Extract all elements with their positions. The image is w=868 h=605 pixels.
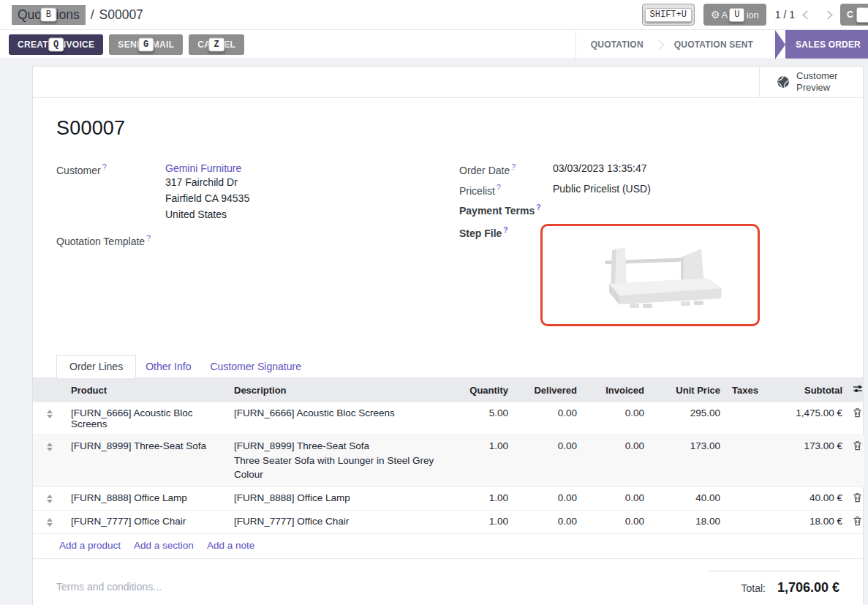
field-pricelist: Pricelist? Public Pricelist (USD) <box>459 183 839 197</box>
cell-quantity[interactable]: 5.00 <box>453 402 516 435</box>
step-file-label: Step File? <box>459 225 553 326</box>
cell-delivered[interactable]: 0.00 <box>516 435 584 487</box>
table-row[interactable]: [FURN_8999] Three-Seat Sofa [FURN_8999] … <box>33 435 864 487</box>
add-a-product-link[interactable]: Add a product <box>59 540 121 551</box>
cell-delivered[interactable]: 0.00 <box>516 511 584 534</box>
cell-product[interactable]: [FURN_8888] Office Lamp <box>67 487 227 511</box>
create-invoice-button[interactable]: CREATE INVOICE Q <box>9 34 103 55</box>
add-a-section-link[interactable]: Add a section <box>134 540 194 551</box>
cell-taxes[interactable] <box>728 487 774 511</box>
column-header-product[interactable]: Product <box>67 378 227 402</box>
cell-taxes[interactable] <box>728 511 774 534</box>
customer-address-line: United States <box>165 207 249 222</box>
order-lines-table: Product Description Quantity Delivered I… <box>33 378 864 535</box>
cell-quantity[interactable]: 1.00 <box>453 435 516 487</box>
cell-invoiced[interactable]: 0.00 <box>584 487 652 511</box>
cell-taxes[interactable] <box>728 402 774 435</box>
pricelist-value[interactable]: Public Pricelist (USD) <box>553 183 651 197</box>
chevron-left-icon[interactable] <box>802 10 812 20</box>
accesskey-hint: Q <box>48 37 64 51</box>
column-header-unit-price[interactable]: Unit Price <box>652 378 728 402</box>
customer-link[interactable]: Gemini Furniture <box>165 162 241 174</box>
stage-sales-order[interactable]: SALES ORDER <box>785 30 868 59</box>
drag-handle-icon[interactable] <box>45 495 55 503</box>
cell-description[interactable]: [FURN_6666] Acoustic Bloc Screens <box>227 402 453 435</box>
help-icon[interactable]: ? <box>536 203 540 211</box>
send-email-button[interactable]: SEND EMAIL G <box>109 34 183 55</box>
help-icon[interactable]: ? <box>511 162 516 171</box>
line-add-links: Add a product Add a section Add a note <box>33 534 863 559</box>
cell-product[interactable]: [FURN_8999] Three-Seat Sofa <box>67 435 227 487</box>
total-value: 1,706.00 € <box>777 580 839 595</box>
trash-icon[interactable] <box>853 492 862 505</box>
help-icon[interactable]: ? <box>503 225 507 234</box>
breadcrumb-bar: Quotations B / S00007 SHIFT+U ⚙ A U ion … <box>0 0 868 30</box>
cell-invoiced[interactable]: 0.00 <box>584 435 652 487</box>
cell-unit-price[interactable]: 173.00 <box>652 435 728 487</box>
trash-icon[interactable] <box>853 516 862 528</box>
cell-unit-price[interactable]: 40.00 <box>652 487 728 511</box>
table-row[interactable]: [FURN_7777] Office Chair [FURN_7777] Off… <box>33 511 864 534</box>
step-file-3d-preview[interactable] <box>540 224 760 326</box>
cell-invoiced[interactable]: 0.00 <box>584 402 652 435</box>
drag-handle-icon[interactable] <box>45 410 55 418</box>
accesskey-hint: U <box>729 8 744 22</box>
breadcrumb-quotations-link[interactable]: Quotations B <box>12 5 86 25</box>
table-row[interactable]: [FURN_8888] Office Lamp [FURN_8888] Offi… <box>33 487 864 511</box>
optional-columns-header <box>845 378 864 402</box>
stage-quotation-sent[interactable]: QUOTATION SENT <box>660 30 768 59</box>
column-header-taxes[interactable]: Taxes <box>728 378 774 402</box>
cancel-button[interactable]: CANCEL Z <box>189 34 244 55</box>
drag-handle-icon[interactable] <box>45 518 55 527</box>
help-icon[interactable]: ? <box>102 162 107 171</box>
accesskey-hint <box>856 7 868 23</box>
chevron-right-icon[interactable] <box>823 10 833 20</box>
cell-description[interactable]: [FURN_8888] Office Lamp <box>227 487 453 511</box>
help-icon[interactable]: ? <box>497 183 501 192</box>
cell-invoiced[interactable]: 0.00 <box>584 511 652 534</box>
column-header-delivered[interactable]: Delivered <box>516 378 584 402</box>
cell-delivered[interactable]: 0.00 <box>516 487 584 511</box>
column-header-quantity[interactable]: Quantity <box>453 378 516 402</box>
tab-customer-signature[interactable]: Customer Signature <box>200 356 311 377</box>
add-a-note-link[interactable]: Add a note <box>207 540 254 551</box>
help-icon[interactable]: ? <box>146 233 151 242</box>
page-title: S00007 <box>56 117 839 140</box>
edge-cut-button[interactable]: C <box>840 4 868 26</box>
drag-handle-icon[interactable] <box>45 443 55 451</box>
customer-preview-button[interactable]: Customer Preview <box>759 67 863 97</box>
trash-icon[interactable] <box>853 440 862 453</box>
edge-cut-button-label: C <box>847 10 853 20</box>
cell-description[interactable]: [FURN_7777] Office Chair <box>227 511 453 534</box>
tab-other-info[interactable]: Other Info <box>136 356 200 377</box>
customer-preview-label: Customer Preview <box>796 70 846 94</box>
field-grid: Customer? Gemini Furniture 317 Fairchild… <box>56 162 839 333</box>
cell-quantity[interactable]: 1.00 <box>453 511 516 534</box>
column-header-description[interactable]: Description <box>227 378 453 402</box>
cell-subtotal: 173.00 € <box>774 435 845 487</box>
terms-and-conditions-input[interactable]: Terms and conditions... <box>56 581 162 595</box>
order-date-value[interactable]: 03/03/2023 13:35:47 <box>553 162 646 176</box>
cell-unit-price[interactable]: 295.00 <box>652 402 728 435</box>
cell-delivered[interactable]: 0.00 <box>516 402 584 435</box>
shift-accesskey-hint[interactable]: SHIFT+U <box>642 4 695 26</box>
table-row[interactable]: [FURN_6666] Acoustic Bloc Screens [FURN_… <box>33 402 864 435</box>
cell-product[interactable]: [FURN_6666] Acoustic Bloc Screens <box>67 402 227 435</box>
cell-quantity[interactable]: 1.00 <box>453 487 516 511</box>
sliders-icon[interactable] <box>853 384 863 396</box>
stage-quotation[interactable]: QUOTATION <box>576 30 658 59</box>
accesskey-hint: SHIFT+U <box>645 8 692 22</box>
cell-product[interactable]: [FURN_7777] Office Chair <box>67 511 227 534</box>
tab-order-lines[interactable]: Order Lines <box>56 355 136 378</box>
handle-column-header <box>33 378 67 402</box>
stage-label: QUOTATION <box>591 40 644 50</box>
trash-icon[interactable] <box>853 407 862 420</box>
cell-unit-price[interactable]: 18.00 <box>652 511 728 534</box>
action-buttons: CREATE INVOICE Q SEND EMAIL G CANCEL Z <box>9 30 244 59</box>
action-menu-button[interactable]: ⚙ A U ion <box>703 4 766 26</box>
column-header-invoiced[interactable]: Invoiced <box>584 378 652 402</box>
control-panel: CREATE INVOICE Q SEND EMAIL G CANCEL Z Q… <box>0 30 868 59</box>
cell-description[interactable]: [FURN_8999] Three-Seat Sofa Three Seater… <box>227 435 453 487</box>
cell-taxes[interactable] <box>728 435 774 487</box>
column-header-subtotal[interactable]: Subtotal <box>774 378 845 402</box>
